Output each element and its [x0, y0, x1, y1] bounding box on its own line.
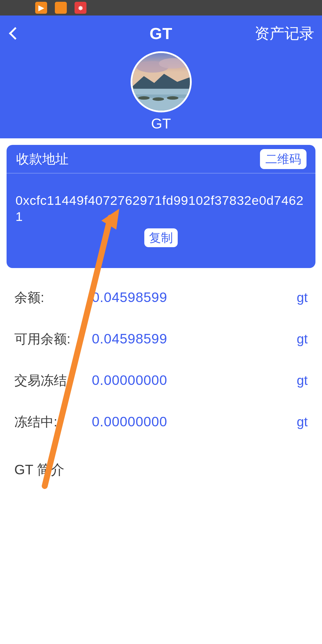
- balance-value: 0.00000000: [89, 372, 297, 388]
- svg-point-5: [152, 97, 164, 101]
- address-card-header: 收款地址 二维码: [7, 145, 315, 174]
- balance-label: 可用余额:: [14, 330, 89, 348]
- svg-point-4: [138, 96, 150, 100]
- balance-label: 冻结中:: [14, 413, 89, 431]
- balance-unit: gt: [297, 373, 308, 388]
- qr-code-button[interactable]: 二维码: [260, 149, 306, 169]
- copy-button[interactable]: 复制: [144, 228, 178, 247]
- token-avatar: [131, 51, 192, 112]
- balance-value: 0.04598599: [89, 289, 297, 305]
- chevron-left-icon: [9, 27, 21, 40]
- balance-value: 0.04598599: [89, 331, 297, 347]
- svg-point-2: [159, 58, 186, 69]
- status-icon-app-c: ⎈: [75, 2, 86, 14]
- asset-records-button[interactable]: 资产记录: [255, 24, 314, 44]
- address-card-title: 收款地址: [16, 150, 260, 168]
- token-hero: GT: [0, 51, 322, 138]
- token-symbol: GT: [0, 115, 322, 132]
- avatar-image: [132, 53, 190, 111]
- balance-value: 0.00000000: [89, 414, 297, 430]
- status-icon-app-b: [55, 2, 67, 14]
- balance-label: 交易冻结:: [14, 372, 89, 389]
- status-icon-app-a: ▶: [35, 2, 47, 14]
- intro-title: GT 简介: [14, 461, 308, 479]
- balance-label: 余额:: [14, 289, 89, 306]
- balance-row-freezing: 冻结中: 0.00000000 gt: [14, 413, 308, 431]
- balance-row-balance: 余额: 0.04598599 gt: [14, 289, 308, 306]
- address-card-body: 0xcfc11449f4072762971fd99102f37832e0d746…: [7, 174, 315, 247]
- wallet-address: 0xcfc11449f4072762971fd99102f37832e0d746…: [16, 193, 306, 225]
- balance-row-trade-frozen: 交易冻结: 0.00000000 gt: [14, 372, 308, 389]
- page-header: GT 资产记录: [0, 16, 322, 51]
- balance-row-available: 可用余额: 0.04598599 gt: [14, 330, 308, 348]
- balance-unit: gt: [297, 290, 308, 305]
- address-section: 收款地址 二维码 0xcfc11449f4072762971fd99102f37…: [0, 138, 322, 268]
- balance-unit: gt: [297, 332, 308, 346]
- status-bar: ▶ ⎈: [0, 0, 322, 16]
- intro-section: GT 简介: [0, 455, 322, 479]
- svg-point-6: [167, 96, 178, 100]
- address-card: 收款地址 二维码 0xcfc11449f4072762971fd99102f37…: [7, 145, 315, 268]
- balance-unit: gt: [297, 414, 308, 429]
- back-button[interactable]: [11, 29, 20, 38]
- balances-list: 余额: 0.04598599 gt 可用余额: 0.04598599 gt 交易…: [0, 268, 322, 431]
